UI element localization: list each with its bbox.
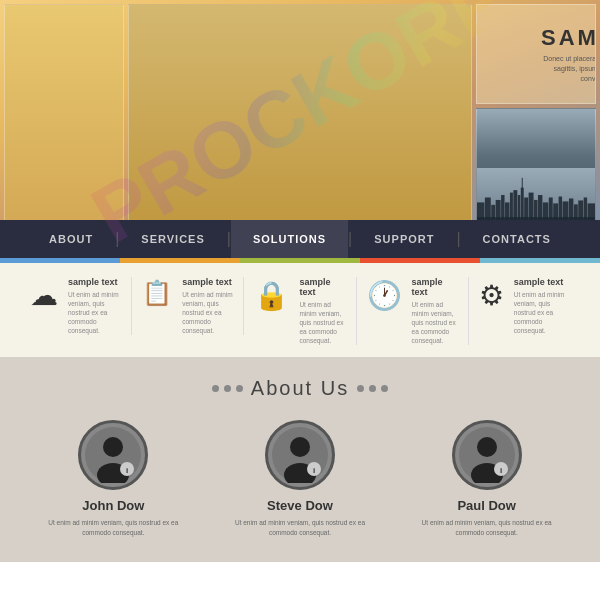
color-bar-blue <box>0 258 120 263</box>
hero-cell-right <box>128 4 472 220</box>
navigation: ABOUT | SERVICES | SOLUTIONS | SUPPORT |… <box>0 220 600 258</box>
about-header: About Us <box>30 377 570 400</box>
nav-item-services[interactable]: SERVICES <box>119 220 226 258</box>
svg-point-33 <box>290 437 310 457</box>
cloud-icon: ☁ <box>30 279 58 312</box>
member-desc-paul: Ut enim ad minim veniam, quis nostrud ex… <box>407 518 567 538</box>
feature-lock-desc: Ut enim ad minim veniam, quis nostrud ex… <box>299 300 345 345</box>
dot-right-1 <box>357 385 364 392</box>
color-bar-orange <box>120 258 240 263</box>
team-member-steve: i Steve Dow Ut enim ad minim veniam, qui… <box>220 420 380 538</box>
dot-right-3 <box>381 385 388 392</box>
hero-text-block: SAMPLESITE Donec ut placerat nulla. Prae… <box>536 15 596 93</box>
about-section: About Us i John Dow Ut enim ad minim ven… <box>0 357 600 562</box>
site-subtitle: Donec ut placerat nulla. Praesent sagitt… <box>541 54 596 83</box>
member-desc-john: Ut enim ad minim veniam, quis nostrud ex… <box>33 518 193 538</box>
feature-cloud: ☁ sample text Ut enim ad minim veniam, q… <box>20 277 132 335</box>
svg-rect-2 <box>485 198 491 221</box>
feature-clock-desc: Ut enim ad minim veniam, quis nostrud ex… <box>412 300 458 345</box>
color-bar-green <box>240 258 360 263</box>
feature-lock-title: sample text <box>299 277 345 297</box>
nav-item-support[interactable]: SUPPORT <box>352 220 456 258</box>
nav-item-solutions[interactable]: SOLUTIONS <box>231 220 348 258</box>
team-grid: i John Dow Ut enim ad minim veniam, quis… <box>30 420 570 538</box>
svg-text:i: i <box>126 466 128 475</box>
clock-icon: 🕐 <box>367 279 402 312</box>
feature-clock-title: sample text <box>412 277 458 297</box>
color-bar <box>0 258 600 263</box>
dot-left-3 <box>236 385 243 392</box>
feature-lock-content: sample text Ut enim ad minim veniam, qui… <box>299 277 345 345</box>
svg-text:i: i <box>313 466 315 475</box>
dot-left-2 <box>224 385 231 392</box>
feature-gear: ⚙ sample text Ut enim ad minim veniam, q… <box>469 277 580 335</box>
member-name-john: John Dow <box>33 498 193 513</box>
svg-rect-21 <box>569 198 573 220</box>
feature-gear-content: sample text Ut enim ad minim veniam, qui… <box>514 277 570 335</box>
svg-rect-13 <box>529 193 534 220</box>
avatar-paul-svg: i <box>459 427 515 483</box>
svg-rect-10 <box>521 188 524 220</box>
hero-grid: SAMPLESITE Donec ut placerat nulla. Prae… <box>0 0 600 220</box>
svg-rect-5 <box>501 195 504 220</box>
city-skyline-svg <box>477 168 595 220</box>
feature-gear-desc: Ut enim ad minim veniam, quis nostrud ex… <box>514 290 570 335</box>
svg-rect-9 <box>518 195 520 220</box>
team-member-john: i John Dow Ut enim ad minim veniam, quis… <box>33 420 193 538</box>
svg-text:i: i <box>500 466 502 475</box>
features-section: ☁ sample text Ut enim ad minim veniam, q… <box>0 263 600 357</box>
avatar-steve-svg: i <box>272 427 328 483</box>
svg-rect-15 <box>538 195 542 220</box>
lock-icon: 🔒 <box>254 279 289 312</box>
nav-item-contacts[interactable]: CONTACTS <box>461 220 573 258</box>
about-dots-left <box>212 385 243 392</box>
feature-doc-desc: Ut enim ad minim veniam, quis nostrud ex… <box>182 290 233 335</box>
svg-rect-24 <box>584 198 587 221</box>
svg-rect-11 <box>522 178 523 190</box>
dot-right-2 <box>369 385 376 392</box>
avatar-steve: i <box>265 420 335 490</box>
color-bar-lightblue <box>480 258 600 263</box>
about-dots-right <box>357 385 388 392</box>
feature-cloud-desc: Ut enim ad minim veniam, quis nostrud ex… <box>68 290 121 335</box>
hero-cell-top-center: SAMPLESITE Donec ut placerat nulla. Prae… <box>476 4 596 104</box>
feature-gear-title: sample text <box>514 277 570 287</box>
svg-rect-4 <box>496 200 501 220</box>
svg-point-28 <box>103 437 123 457</box>
team-member-paul: i Paul Dow Ut enim ad minim veniam, quis… <box>407 420 567 538</box>
avatar-paul: i <box>452 420 522 490</box>
svg-rect-23 <box>578 200 583 220</box>
avatar-john: i <box>78 420 148 490</box>
feature-clock-content: sample text Ut enim ad minim veniam, qui… <box>412 277 458 345</box>
hero-section: SAMPLESITE Donec ut placerat nulla. Prae… <box>0 0 600 220</box>
member-desc-steve: Ut enim ad minim veniam, quis nostrud ex… <box>220 518 380 538</box>
feature-doc-content: sample text Ut enim ad minim veniam, qui… <box>182 277 233 335</box>
svg-rect-12 <box>524 198 528 221</box>
svg-rect-7 <box>510 193 513 220</box>
document-icon: 📋 <box>142 279 172 307</box>
svg-point-38 <box>477 437 497 457</box>
feature-doc-title: sample text <box>182 277 233 287</box>
avatar-john-svg: i <box>85 427 141 483</box>
member-name-paul: Paul Dow <box>407 498 567 513</box>
nav-item-about[interactable]: ABOUT <box>27 220 115 258</box>
hero-cell-left <box>4 4 124 220</box>
dot-left-1 <box>212 385 219 392</box>
feature-cloud-title: sample text <box>68 277 121 287</box>
member-name-steve: Steve Dow <box>220 498 380 513</box>
feature-clock: 🕐 sample text Ut enim ad minim veniam, q… <box>357 277 469 345</box>
svg-rect-19 <box>559 197 562 220</box>
svg-rect-14 <box>534 200 537 220</box>
feature-lock: 🔒 sample text Ut enim ad minim veniam, q… <box>244 277 356 345</box>
hero-cell-city <box>476 108 596 220</box>
color-bar-red <box>360 258 480 263</box>
site-title: SAMPLESITE <box>541 25 596 51</box>
svg-rect-17 <box>549 198 553 221</box>
feature-cloud-content: sample text Ut enim ad minim veniam, qui… <box>68 277 121 335</box>
gear-icon: ⚙ <box>479 279 504 312</box>
feature-doc: 📋 sample text Ut enim ad minim veniam, q… <box>132 277 244 335</box>
about-title: About Us <box>251 377 349 400</box>
svg-rect-8 <box>513 190 517 220</box>
